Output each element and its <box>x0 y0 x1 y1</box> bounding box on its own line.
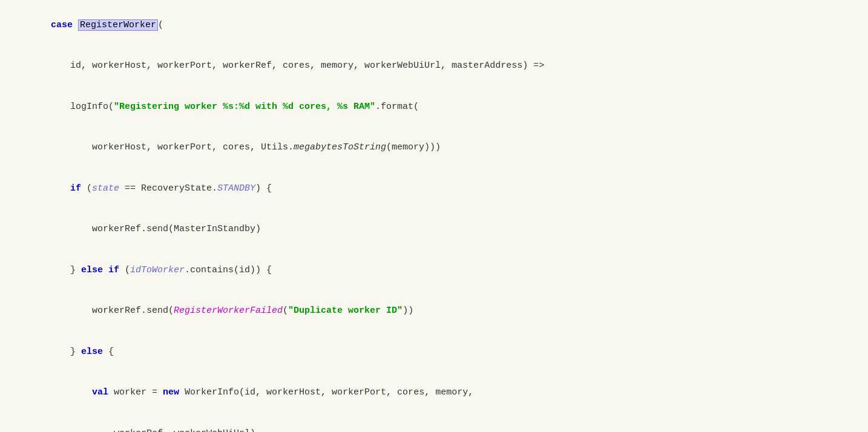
line-5-content: if (state == RecoveryState.STANDBY) { <box>5 168 272 209</box>
close-parens: )) <box>403 306 413 316</box>
code-line-4: workerHost, workerPort, cores, Utils.meg… <box>0 128 868 169</box>
space: ( <box>81 183 92 194</box>
close-brace-1: } <box>70 265 81 275</box>
workerref-send-2: workerRef.send( <box>92 306 174 316</box>
code-line-8: workerRef.send(RegisterWorkerFailed("Dup… <box>0 291 868 332</box>
standby-const: STANDBY <box>217 183 255 194</box>
worker-info-call: WorkerInfo(id, workerHost, workerPort, c… <box>179 387 473 398</box>
code-line-3: logInfo("Registering worker %s:%d with %… <box>0 87 868 128</box>
register-worker-failed-1: RegisterWorkerFailed <box>174 306 283 316</box>
code-line-1: case RegisterWorker( <box>0 5 868 46</box>
line-9-content: } else { <box>5 332 114 373</box>
string-registering: "Registering worker %s:%d with %d cores,… <box>114 102 375 112</box>
state-var: state <box>92 183 119 194</box>
close-paren-brace: ) { <box>255 183 272 194</box>
code-content: case RegisterWorker( id, workerHost, wor… <box>0 5 868 432</box>
kw-else: else <box>81 347 103 357</box>
paren-open: ( <box>158 20 163 30</box>
keyword-case: case <box>51 20 78 30</box>
code-line-5: if (state == RecoveryState.STANDBY) { <box>0 168 868 209</box>
line-2-content: id, workerHost, workerPort, workerRef, c… <box>5 46 544 87</box>
space2: ( <box>119 265 130 275</box>
register-worker-highlight: RegisterWorker <box>78 19 158 31</box>
code-line-6: workerRef.send(MasterInStandby) <box>0 209 868 250</box>
id-to-worker: idToWorker <box>130 265 185 275</box>
line-11-content: workerRef, workerWebUiUrl) <box>5 413 255 432</box>
code-line-2: id, workerHost, workerPort, workerRef, c… <box>0 46 868 87</box>
contains-call: .contains(id)) { <box>185 265 272 275</box>
string-duplicate: "Duplicate worker ID" <box>288 306 403 316</box>
code-line-9: } else { <box>0 332 868 373</box>
code-line-11: workerRef, workerWebUiUrl) <box>0 413 868 432</box>
line-7-content: } else if (idToWorker.contains(id)) { <box>5 250 272 291</box>
megabytes-method: megabytesToString <box>294 142 386 152</box>
line-10-content: val worker = new WorkerInfo(id, workerHo… <box>5 373 473 414</box>
paren2: ( <box>283 306 288 316</box>
format-call: .format( <box>375 102 419 112</box>
format-args: workerHost, workerPort, cores, Utils. <box>92 142 294 152</box>
loginfo-call: logInfo( <box>70 102 114 112</box>
worker-info-args-2: workerRef, workerWebUiUrl) <box>114 428 255 433</box>
worker-assign: worker = <box>108 387 163 398</box>
kw-if: if <box>70 183 81 194</box>
open-brace-else: { <box>103 347 114 357</box>
megabytes-close: (memory))) <box>386 142 441 152</box>
close-brace-2: } <box>70 347 81 357</box>
line-3-content: logInfo("Registering worker %s:%d with %… <box>5 87 419 128</box>
worker-ref-standby: workerRef.send(MasterInStandby) <box>92 224 261 234</box>
code-line-7: } else if (idToWorker.contains(id)) { <box>0 250 868 291</box>
kw-new: new <box>163 387 179 398</box>
line-4-content: workerHost, workerPort, cores, Utils.meg… <box>5 128 441 169</box>
line-2-text: id, workerHost, workerPort, workerRef, c… <box>70 61 544 71</box>
code-line-10: val worker = new WorkerInfo(id, workerHo… <box>0 373 868 414</box>
kw-else-if: else if <box>81 265 119 275</box>
line-8-content: workerRef.send(RegisterWorkerFailed("Dup… <box>5 291 413 332</box>
code-editor: case RegisterWorker( id, workerHost, wor… <box>0 0 868 432</box>
equals: == RecoveryState. <box>119 183 217 194</box>
kw-val: val <box>92 387 108 398</box>
line-1-content: case RegisterWorker( <box>5 5 163 46</box>
line-6-content: workerRef.send(MasterInStandby) <box>5 209 261 250</box>
